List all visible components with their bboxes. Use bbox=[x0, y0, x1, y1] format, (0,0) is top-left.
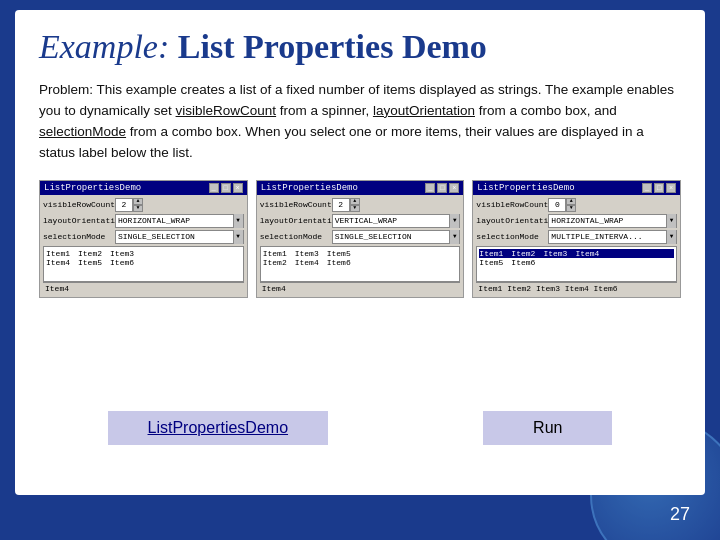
demo2-sm-label: selectionMode bbox=[260, 232, 332, 241]
demo2-titlebar: ListPropertiesDemo _ □ × bbox=[257, 181, 464, 195]
demo1-min-btn[interactable]: _ bbox=[209, 183, 219, 193]
demo3-title: ListPropertiesDemo bbox=[477, 183, 574, 193]
demo1-sm-combo[interactable]: SINGLE_SELECTION ▼ bbox=[115, 230, 244, 244]
buttons-row: ListPropertiesDemo Run bbox=[30, 411, 690, 445]
demo3-lo-value: HORIZONTAL_WRAP bbox=[549, 215, 666, 226]
demo1-sm-label: selectionMode bbox=[43, 232, 115, 241]
list-item: Item5Item6 bbox=[479, 258, 674, 267]
demo2-lo-combo-btn[interactable]: ▼ bbox=[449, 214, 459, 228]
demo1-spinner-btns: ▲ ▼ bbox=[133, 198, 143, 212]
demo2-lo-combo[interactable]: VERTICAL_WRAP ▼ bbox=[332, 214, 461, 228]
demo1-vrc-label: visibleRowCount bbox=[43, 200, 115, 209]
demo2-spinner-btns: ▲ ▼ bbox=[350, 198, 360, 212]
list-item: Item2Item4Item6 bbox=[263, 258, 458, 267]
demo1-list[interactable]: Item1Item2Item3 Item4Item5Item6 bbox=[43, 246, 244, 282]
screenshots-row: ListPropertiesDemo _ □ × visibleRowCount… bbox=[39, 180, 681, 298]
demo3-lo-combo[interactable]: HORIZONTAL_WRAP ▼ bbox=[548, 214, 677, 228]
demo2-list[interactable]: Item1Item3Item5 Item2Item4Item6 bbox=[260, 246, 461, 282]
demo3-sm-combo-btn[interactable]: ▼ bbox=[666, 230, 676, 244]
demo3-status: Item1 Item2 Item3 Item4 Item6 bbox=[476, 282, 677, 294]
demo3-list[interactable]: Item1Item2Item3Item4 Item5Item6 bbox=[476, 246, 677, 282]
title-italic: Example: bbox=[39, 28, 169, 65]
demo1-max-btn[interactable]: □ bbox=[221, 183, 231, 193]
demo3-spinner-down[interactable]: ▼ bbox=[566, 205, 576, 212]
visible-row-count-ref: visibleRowCount bbox=[176, 103, 277, 118]
demo2-sm-combo-btn[interactable]: ▼ bbox=[449, 230, 459, 244]
run-button[interactable]: Run bbox=[483, 411, 612, 445]
demo1-row-lo: layoutOrientation HORIZONTAL_WRAP ▼ bbox=[43, 214, 244, 228]
demo1-vrc-value: 2 bbox=[115, 198, 133, 212]
demo3-body: visibleRowCount 0 ▲ ▼ layoutOrientation bbox=[473, 195, 680, 297]
demo2-lo-value: VERTICAL_WRAP bbox=[333, 215, 450, 226]
problem-text: Problem: This example creates a list of … bbox=[39, 80, 681, 164]
demo3-max-btn[interactable]: □ bbox=[654, 183, 664, 193]
list-item: Item1Item2Item3Item4 bbox=[479, 249, 674, 258]
demo1-vrc-spinner[interactable]: 2 ▲ ▼ bbox=[115, 198, 145, 212]
demo1-close-btn[interactable]: × bbox=[233, 183, 243, 193]
list-properties-demo-link[interactable]: ListPropertiesDemo bbox=[108, 411, 329, 445]
demo-window-2: ListPropertiesDemo _ □ × visibleRowCount… bbox=[256, 180, 465, 298]
demo1-spinner-down[interactable]: ▼ bbox=[133, 205, 143, 212]
demo2-sm-value: SINGLE_SELECTION bbox=[333, 231, 450, 242]
demo2-title: ListPropertiesDemo bbox=[261, 183, 358, 193]
title-normal: List Properties Demo bbox=[169, 28, 487, 65]
demo2-sm-combo[interactable]: SINGLE_SELECTION ▼ bbox=[332, 230, 461, 244]
demo1-sm-value: SINGLE_SELECTION bbox=[116, 231, 233, 242]
demo3-sm-combo[interactable]: MULTIPLE_INTERVA... ▼ bbox=[548, 230, 677, 244]
demo3-vrc-label: visibleRowCount bbox=[476, 200, 548, 209]
demo-window-1: ListPropertiesDemo _ □ × visibleRowCount… bbox=[39, 180, 248, 298]
demo3-row-sm: selectionMode MULTIPLE_INTERVA... ▼ bbox=[476, 230, 677, 244]
demo3-sm-value: MULTIPLE_INTERVA... bbox=[549, 231, 666, 242]
demo1-row-sm: selectionMode SINGLE_SELECTION ▼ bbox=[43, 230, 244, 244]
demo3-lo-label: layoutOrientation bbox=[476, 216, 548, 225]
layout-orientation-ref: layoutOrientation bbox=[373, 103, 475, 118]
demo3-row-vrc: visibleRowCount 0 ▲ ▼ bbox=[476, 198, 677, 212]
demo3-sm-label: selectionMode bbox=[476, 232, 548, 241]
demo2-body: visibleRowCount 2 ▲ ▼ layoutOrientation bbox=[257, 195, 464, 297]
demo2-spinner-down[interactable]: ▼ bbox=[350, 205, 360, 212]
selection-mode-ref: selectionMode bbox=[39, 124, 126, 139]
demo1-row-vrc: visibleRowCount 2 ▲ ▼ bbox=[43, 198, 244, 212]
demo2-row-vrc: visibleRowCount 2 ▲ ▼ bbox=[260, 198, 461, 212]
demo2-spinner-up[interactable]: ▲ bbox=[350, 198, 360, 205]
demo2-vrc-label: visibleRowCount bbox=[260, 200, 332, 209]
demo2-lo-label: layoutOrientation bbox=[260, 216, 332, 225]
demo2-row-lo: layoutOrientation VERTICAL_WRAP ▼ bbox=[260, 214, 461, 228]
demo1-sm-combo-btn[interactable]: ▼ bbox=[233, 230, 243, 244]
demo1-titlebar: ListPropertiesDemo _ □ × bbox=[40, 181, 247, 195]
demo1-controls: _ □ × bbox=[209, 183, 243, 193]
demo2-row-sm: selectionMode SINGLE_SELECTION ▼ bbox=[260, 230, 461, 244]
slide: Example: List Properties Demo Problem: T… bbox=[0, 0, 720, 540]
demo3-row-lo: layoutOrientation HORIZONTAL_WRAP ▼ bbox=[476, 214, 677, 228]
demo2-vrc-value: 2 bbox=[332, 198, 350, 212]
demo2-close-btn[interactable]: × bbox=[449, 183, 459, 193]
content-area: Example: List Properties Demo Problem: T… bbox=[15, 10, 705, 495]
demo3-vrc-value: 0 bbox=[548, 198, 566, 212]
demo1-title: ListPropertiesDemo bbox=[44, 183, 141, 193]
demo1-spinner-up[interactable]: ▲ bbox=[133, 198, 143, 205]
demo2-vrc-spinner[interactable]: 2 ▲ ▼ bbox=[332, 198, 362, 212]
demo1-body: visibleRowCount 2 ▲ ▼ layoutOrientation bbox=[40, 195, 247, 297]
demo3-titlebar: ListPropertiesDemo _ □ × bbox=[473, 181, 680, 195]
demo1-lo-value: HORIZONTAL_WRAP bbox=[116, 215, 233, 226]
demo3-lo-combo-btn[interactable]: ▼ bbox=[666, 214, 676, 228]
slide-title: Example: List Properties Demo bbox=[39, 28, 681, 66]
demo3-close-btn[interactable]: × bbox=[666, 183, 676, 193]
demo3-spinner-up[interactable]: ▲ bbox=[566, 198, 576, 205]
demo2-min-btn[interactable]: _ bbox=[425, 183, 435, 193]
demo3-min-btn[interactable]: _ bbox=[642, 183, 652, 193]
list-item: Item4Item5Item6 bbox=[46, 258, 241, 267]
demo2-controls: _ □ × bbox=[425, 183, 459, 193]
demo3-controls: _ □ × bbox=[642, 183, 676, 193]
demo-window-3: ListPropertiesDemo _ □ × visibleRowCount… bbox=[472, 180, 681, 298]
demo3-vrc-spinner[interactable]: 0 ▲ ▼ bbox=[548, 198, 578, 212]
demo1-status: Item4 bbox=[43, 282, 244, 294]
demo2-status: Item4 bbox=[260, 282, 461, 294]
demo3-spinner-btns: ▲ ▼ bbox=[566, 198, 576, 212]
demo1-lo-combo[interactable]: HORIZONTAL_WRAP ▼ bbox=[115, 214, 244, 228]
demo1-lo-combo-btn[interactable]: ▼ bbox=[233, 214, 243, 228]
demo1-lo-label: layoutOrientation bbox=[43, 216, 115, 225]
page-number: 27 bbox=[670, 504, 690, 525]
demo2-max-btn[interactable]: □ bbox=[437, 183, 447, 193]
list-item: Item1Item2Item3 bbox=[46, 249, 241, 258]
